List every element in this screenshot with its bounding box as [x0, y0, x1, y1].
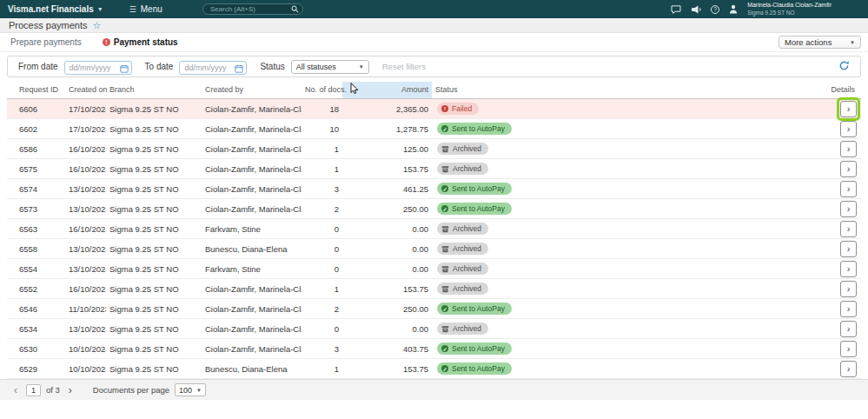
cell-amount: 153.75 — [342, 359, 432, 379]
cell-created-by: Ciolan-Zamfir, Marinela-Claudia — [202, 99, 301, 119]
favorite-star-icon[interactable]: ☆ — [92, 20, 101, 31]
cell-created-on: 13/10/2023 — [65, 259, 106, 279]
cell-details: › — [820, 339, 861, 359]
column-header-amount[interactable]: Amount — [342, 82, 432, 99]
column-header-branch[interactable]: Branch — [106, 82, 202, 99]
cell-details: › — [820, 179, 861, 199]
cell-no-of-docs: 0 — [301, 219, 342, 239]
tab-prepare-payments[interactable]: Prepare payments — [10, 37, 82, 47]
reset-filters-link[interactable]: Reset filters — [382, 62, 426, 71]
cell-status: ✓Sent to AutoPay — [432, 299, 820, 319]
details-button[interactable]: › — [840, 241, 857, 257]
cell-details: › — [820, 259, 861, 279]
more-actions-label: More actions — [785, 37, 832, 47]
cell-branch: Sigma 9.25 ST NO — [106, 299, 202, 319]
details-button[interactable]: › — [840, 301, 857, 317]
calendar-icon[interactable] — [235, 61, 243, 76]
details-button[interactable]: › — [840, 181, 857, 197]
cell-created-by: Ciolan-Zamfir, Marinela-Claudia — [202, 179, 301, 199]
cell-amount: 250.00 — [342, 199, 432, 219]
table-row: 654611/10/2023Sigma 9.25 ST NOCiolan-Zam… — [7, 299, 861, 319]
tab-payment-status[interactable]: ! Payment status — [103, 37, 178, 47]
to-date-field — [179, 58, 247, 75]
calendar-icon[interactable] — [120, 61, 129, 76]
cell-branch: Sigma 9.25 ST NO — [106, 219, 202, 239]
cell-status: ✓Sent to AutoPay — [432, 179, 820, 199]
cell-details: › — [820, 99, 861, 119]
status-filter-select[interactable]: All statuses ▼ — [291, 60, 369, 74]
details-button[interactable]: › — [840, 161, 857, 177]
details-button[interactable]: › — [840, 321, 857, 337]
prev-page-button[interactable]: ‹ — [10, 384, 21, 396]
search-icon — [291, 5, 299, 15]
cell-request-id: 6534 — [7, 319, 65, 339]
refresh-button[interactable] — [834, 58, 853, 76]
archive-icon — [441, 245, 449, 253]
cell-status: !Failed — [432, 99, 820, 119]
cell-created-on: 10/10/2023 — [65, 359, 106, 379]
details-button[interactable]: › — [840, 361, 857, 377]
table-row: 660617/10/2023Sigma 9.25 ST NOCiolan-Zam… — [7, 99, 861, 119]
help-icon[interactable]: ? — [711, 5, 719, 14]
more-actions-button[interactable]: More actions ▼ — [779, 36, 861, 49]
details-button[interactable]: › — [840, 201, 857, 217]
chat-icon[interactable] — [671, 5, 681, 14]
status-badge-archived: Archived — [437, 243, 488, 255]
tab-label: Prepare payments — [10, 37, 82, 47]
brand-label: Visma.net Financials — [8, 4, 94, 14]
menu-button[interactable]: ☰ Menu — [121, 4, 171, 14]
to-date-label: To date — [145, 62, 174, 71]
details-button[interactable]: › — [840, 141, 857, 157]
cell-status: Archived — [432, 319, 820, 339]
next-page-button[interactable]: › — [65, 384, 76, 396]
user-org: Sigma 9.25 ST NO — [747, 10, 832, 17]
cell-details: › — [820, 199, 861, 219]
status-badge-archived: Archived — [437, 283, 488, 295]
details-button[interactable]: › — [840, 101, 857, 117]
check-icon: ✓ — [441, 345, 448, 352]
table-row: 655413/10/2023Sigma 9.25 ST NOFarkvam, S… — [7, 259, 861, 279]
column-header-status[interactable]: Status — [432, 82, 820, 99]
cell-status: Archived — [432, 239, 820, 259]
column-header-request-id[interactable]: Request ID — [7, 82, 65, 99]
cell-details: › — [820, 319, 861, 339]
column-header-details[interactable]: Details — [820, 82, 861, 99]
details-button[interactable]: › — [840, 261, 857, 277]
per-page-value: 100 — [179, 386, 192, 395]
archive-icon — [441, 265, 449, 273]
search-input[interactable] — [202, 3, 303, 15]
cell-status: Archived — [432, 159, 820, 179]
from-date-field — [64, 58, 132, 75]
cell-request-id: 6602 — [7, 119, 65, 139]
cell-created-by: Ciolan-Zamfir, Marinela-Claudia — [202, 119, 301, 139]
cell-branch: Sigma 9.25 ST NO — [106, 139, 202, 159]
column-header-created-on[interactable]: Created on — [65, 82, 106, 99]
cell-amount: 125.00 — [342, 139, 432, 159]
tab-alert-icon: ! — [103, 38, 110, 46]
user-icon[interactable] — [729, 4, 738, 14]
details-button[interactable]: › — [840, 281, 857, 297]
cell-no-of-docs: 2 — [301, 299, 342, 319]
column-header-created-by[interactable]: Created by — [202, 82, 301, 99]
details-button[interactable]: › — [840, 221, 857, 237]
cell-branch: Sigma 9.25 ST NO — [106, 319, 202, 339]
user-menu[interactable]: Marinela-Claudia Ciolan-Zamfir Sigma 9.2… — [747, 2, 832, 16]
table-row: 652910/10/2023Sigma 9.25 ST NOBunescu, D… — [7, 359, 861, 379]
cell-created-on: 16/10/2023 — [65, 159, 106, 179]
brand-menu[interactable]: Visma.net Financials ▼ — [0, 4, 112, 14]
cell-status: Archived — [432, 279, 820, 299]
megaphone-icon[interactable] — [691, 5, 701, 14]
error-icon: ! — [441, 105, 448, 112]
details-button[interactable]: › — [840, 341, 857, 357]
page-number-input[interactable] — [26, 384, 41, 396]
cell-amount: 461.25 — [342, 179, 432, 199]
column-header-no-of-docs[interactable]: No. of docs. — [301, 82, 342, 99]
per-page-select[interactable]: 100 ▼ — [175, 383, 206, 396]
cell-details: › — [820, 219, 861, 239]
cell-created-by: Ciolan-Zamfir, Marinela-Claudia — [202, 139, 301, 159]
cell-created-on: 13/10/2023 — [65, 319, 106, 339]
cell-created-by: Bunescu, Diana-Elena — [202, 239, 301, 259]
details-button[interactable]: › — [840, 121, 857, 137]
status-badge-sent-to-autopay: ✓Sent to AutoPay — [437, 303, 512, 315]
payments-table: Request IDCreated onBranchCreated byNo. … — [7, 82, 861, 379]
